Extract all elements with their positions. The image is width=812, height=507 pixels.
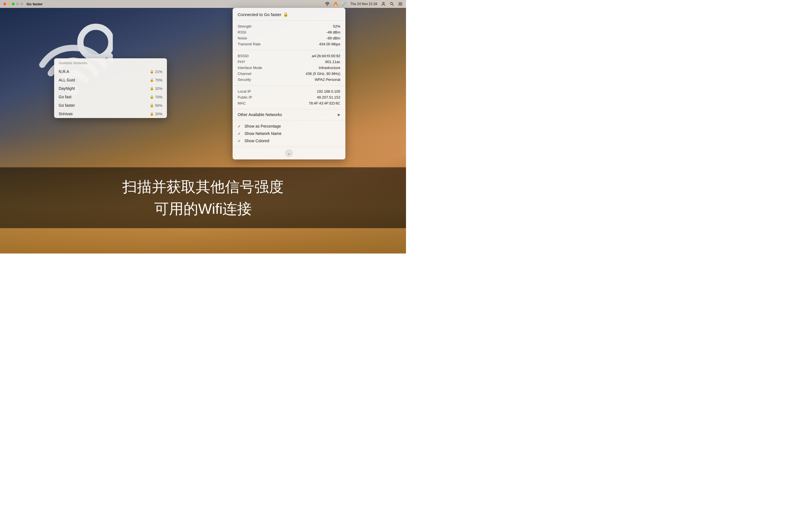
bssid-row: BSSID a4:2b:b0:f3:00:92: [238, 53, 340, 59]
network-item-allgust[interactable]: ALL Gust 🔒 70%: [54, 76, 167, 84]
rssi-row: RSSI -48 dBm: [238, 29, 340, 35]
toggle-show-network-name[interactable]: ✓ Show Network Name: [238, 130, 340, 137]
toggle-section: ✓ Show as Percentage ✓ Show Network Name…: [233, 120, 345, 147]
strength-row: Strength 52%: [238, 23, 340, 29]
menubar-datetime: Thu 24 Nov 21:34: [350, 2, 377, 6]
toggle-show-percentage[interactable]: ✓ Show as Percentage: [238, 122, 340, 130]
network-strength-srinivas: 🔒 20%: [150, 112, 162, 116]
public-ip-value: 49.207.51.152: [317, 95, 340, 100]
security-value: WPA2 Personal: [315, 77, 340, 82]
transmit-value: 434.00 Mbps: [319, 42, 340, 46]
menubar-app-name[interactable]: Go faster: [27, 2, 43, 6]
menubar: Go faster 🔥 🏸 Thu 24 Nov 21:34: [0, 0, 406, 8]
network-name-daynight: DayNight: [59, 86, 75, 91]
wifi-menu-icon[interactable]: [325, 2, 329, 6]
lock-icon-daynight: 🔒: [150, 87, 154, 91]
network-strength-gofaster: 🔒 56%: [150, 103, 162, 108]
connected-label: Connected to Go faster: [238, 12, 282, 17]
checkmark-percentage: ✓: [238, 124, 242, 128]
chinese-line2: 可用的Wifi连接: [0, 198, 406, 220]
menu-icon[interactable]: [398, 2, 403, 6]
bssid-label: BSSID: [238, 54, 274, 58]
connection-section: Local IP 192.168.0.105 Public IP 49.207.…: [233, 86, 345, 109]
flame-icon[interactable]: 🔥: [334, 2, 338, 6]
strength-value: 52%: [333, 24, 340, 29]
search-icon[interactable]: [390, 2, 394, 6]
network-name-gofaster: Go faster: [59, 103, 75, 108]
network-item-gofast[interactable]: Go fast 🔒 70%: [54, 93, 167, 101]
svg-point-4: [383, 2, 384, 4]
network-item-nra[interactable]: N.R.A 🔒 21%: [54, 67, 167, 76]
other-networks-row[interactable]: Other Available Networks ▶: [233, 109, 345, 120]
badminton-icon[interactable]: 🏸: [342, 2, 347, 6]
mac-label: MAC: [238, 101, 274, 105]
network-name-srinivas: Srinivas: [59, 112, 73, 116]
interface-row: Interface Mode Infrastructure: [238, 65, 340, 71]
checkmark-network-name: ✓: [238, 131, 242, 136]
network-strength-allgust: 🔒 70%: [150, 78, 162, 82]
strength-label: Strength: [238, 24, 274, 29]
wifi-info-panel: Connected to Go faster 🔒 Strength 52% RS…: [233, 8, 345, 159]
transmit-label: Transmit Rate: [238, 42, 274, 46]
local-ip-value: 192.168.0.105: [317, 89, 340, 94]
other-networks-label: Other Available Networks: [238, 112, 282, 117]
rssi-value: -48 dBm: [326, 30, 340, 34]
network-strength-daynight: 🔒 32%: [150, 87, 162, 91]
channel-label: Channel: [238, 71, 274, 76]
lock-icon-gofast: 🔒: [150, 95, 154, 99]
network-strength-gofast: 🔒 70%: [150, 95, 162, 99]
network-item-srinivas[interactable]: Srinivas 🔒 20%: [54, 110, 167, 118]
svg-line-6: [393, 4, 394, 6]
network-item-gofaster[interactable]: Go faster 🔒 56%: [54, 101, 167, 110]
network-name-allgust: ALL Gust: [59, 78, 75, 82]
mac-value: 78:4F:43:4F:ED:6C: [309, 101, 340, 105]
lock-icon-gofaster: 🔒: [150, 103, 154, 107]
interface-label: Interface Mode: [238, 66, 274, 70]
menubar-right: 🔥 🏸 Thu 24 Nov 21:34: [325, 2, 403, 6]
phy-row: PHY 801.11ac: [238, 59, 340, 65]
scroll-down-area: ⌄: [233, 147, 345, 159]
channel-row: Channel #36 (5 GHz, 80 MHz): [238, 71, 340, 76]
chinese-text-overlay: 扫描并获取其他信号强度 可用的Wifi连接: [0, 167, 406, 228]
chinese-line1: 扫描并获取其他信号强度: [0, 176, 406, 198]
connected-lock-icon: 🔒: [283, 12, 289, 17]
network-section: BSSID a4:2b:b0:f3:00:92 PHY 801.11ac Int…: [233, 50, 345, 86]
svg-point-3: [327, 5, 327, 6]
traffic-lights: [3, 3, 23, 5]
bssid-value: a4:2b:b0:f3:00:92: [312, 54, 340, 58]
local-ip-row: Local IP 192.168.0.105: [238, 89, 340, 94]
traffic-light-yellow: [8, 3, 10, 5]
phy-value: 801.11ac: [325, 60, 341, 64]
network-name-gofast: Go fast: [59, 95, 71, 99]
noise-label: Noise: [238, 36, 274, 40]
noise-value: -89 dBm: [326, 36, 340, 40]
toggle-show-colored[interactable]: ✓ Show Colored: [238, 137, 340, 145]
traffic-light-green: [12, 3, 15, 5]
scroll-down-button[interactable]: ⌄: [285, 149, 293, 157]
menubar-left: Go faster: [3, 2, 43, 6]
channel-value: #36 (5 GHz, 80 MHz): [306, 71, 340, 76]
scroll-down-icon: ⌄: [287, 151, 291, 156]
lock-icon-nra: 🔒: [150, 69, 154, 73]
network-name-nra: N.R.A: [59, 69, 69, 74]
interface-value: Infrastructure: [319, 66, 340, 70]
public-ip-label: Public IP: [238, 95, 274, 100]
user-icon[interactable]: [381, 2, 386, 6]
signal-section: Strength 52% RSSI -48 dBm Noise -89 dBm …: [233, 20, 345, 50]
available-networks-popup: Available Networks N.R.A 🔒 21% ALL Gust …: [54, 58, 167, 118]
traffic-light-gray1: [16, 3, 19, 5]
noise-row: Noise -89 dBm: [238, 35, 340, 41]
available-networks-header: Available Networks: [54, 58, 167, 67]
checkmark-colored: ✓: [238, 139, 242, 143]
rssi-label: RSSI: [238, 30, 274, 34]
security-label: Security: [238, 77, 274, 82]
show-colored-label: Show Colored: [245, 138, 269, 143]
network-item-daynight[interactable]: DayNight 🔒 32%: [54, 84, 167, 93]
network-strength-nra: 🔒 21%: [150, 69, 162, 74]
traffic-light-gray2: [20, 3, 23, 5]
local-ip-label: Local IP: [238, 89, 274, 94]
public-ip-row: Public IP 49.207.51.152: [238, 94, 340, 100]
mac-row: MAC 78:4F:43:4F:ED:6C: [238, 100, 340, 106]
transmit-row: Transmit Rate 434.00 Mbps: [238, 41, 340, 47]
phy-label: PHY: [238, 60, 274, 64]
